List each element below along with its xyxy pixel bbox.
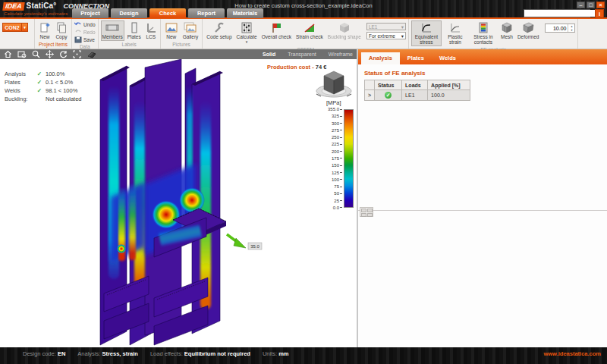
extreme-select[interactable]: For extreme ▾ <box>366 32 406 39</box>
splitter-arrow-icon[interactable] <box>361 213 366 217</box>
save-button[interactable]: Save <box>74 36 95 43</box>
close-button[interactable]: × <box>596 2 605 8</box>
strain-check-button[interactable]: Strain check <box>294 20 325 41</box>
connection-item-button[interactable]: CON2 ▾ <box>2 23 28 32</box>
equivalent-stress-button[interactable]: Equivalent stress <box>411 20 442 46</box>
redo-button[interactable]: Redo <box>74 28 96 36</box>
fe-status-heading: Status of FE analysis <box>364 70 425 77</box>
splitter-arrow-icon[interactable] <box>361 209 366 212</box>
member-icon <box>105 22 120 33</box>
view-mode-wireframe[interactable]: Wireframe <box>329 52 353 57</box>
undo-button[interactable]: Undo <box>74 20 96 28</box>
copy-project-item-button[interactable]: Copy <box>54 20 69 41</box>
plate-icon <box>130 22 139 33</box>
spinner-down-icon[interactable]: ▾ <box>568 28 574 32</box>
view-mode-transparent[interactable]: Transparent <box>288 52 316 57</box>
deformed-cube-icon <box>522 22 534 33</box>
tab-check[interactable]: Check <box>149 8 186 18</box>
window-controls: – □ × <box>577 2 605 8</box>
results-tab-analysis[interactable]: Analysis <box>361 52 400 64</box>
panel-splitter[interactable] <box>358 210 607 211</box>
labels-members-button[interactable]: Members <box>101 20 124 41</box>
stress-curve-icon <box>420 22 432 33</box>
results-tab-plates[interactable]: Plates <box>400 52 432 64</box>
mesh-button[interactable]: Mesh <box>499 20 514 41</box>
tab-materials[interactable]: Materials <box>227 8 263 18</box>
overall-check-button[interactable]: Overall check <box>260 20 293 41</box>
row-applied-cell: 100.0 <box>428 90 470 101</box>
status-design-code: Design code: EN <box>23 350 65 357</box>
labels-lcs-button[interactable]: LCS <box>144 20 158 41</box>
stress-in-contacts-button[interactable]: Stress in contacts <box>469 20 498 46</box>
search-box[interactable] <box>524 9 590 17</box>
title-bar: IDEA StatiCa° CONNECTION Calculate yeste… <box>0 0 607 19</box>
splitter-handle[interactable] <box>360 207 373 217</box>
maximize-button[interactable]: □ <box>587 2 595 8</box>
home-view-icon[interactable] <box>4 50 12 58</box>
tab-report[interactable]: Report <box>188 8 225 18</box>
column-header-status: Status <box>375 80 402 90</box>
clipping-plane-icon[interactable] <box>86 50 97 58</box>
load-case-select[interactable]: LE1 ▾ <box>366 23 406 30</box>
row-expander[interactable]: > <box>365 90 375 101</box>
deformed-scale-spinner[interactable]: 10.00 ▴ ▾ <box>545 24 575 33</box>
zoom-icon[interactable] <box>32 50 40 58</box>
ribbon-group-label: Project Items <box>37 41 69 49</box>
zoom-extents-icon[interactable] <box>73 50 81 58</box>
ribbon-group-cbfem: Code setup Calculate ▾ <box>203 19 409 49</box>
gallery-icon <box>184 22 197 33</box>
code-setup-button[interactable]: Code setup <box>205 20 233 41</box>
undo-icon <box>74 21 82 27</box>
status-units: Units: mm <box>263 350 289 357</box>
search-input[interactable] <box>524 10 596 17</box>
fe-model-render[interactable]: 35.0 <box>0 59 357 347</box>
picture-new-button[interactable]: New <box>163 20 180 41</box>
info-button[interactable]: i <box>595 9 604 18</box>
fe-status-table: Status Loads Applied [%] > ✓ LE1 100.0 <box>364 80 470 101</box>
buckling-icon <box>338 22 351 33</box>
tab-design[interactable]: Design <box>111 8 147 18</box>
chevron-down-icon: ▾ <box>246 39 248 45</box>
new-project-item-button[interactable]: New <box>37 20 52 41</box>
status-bar: Design code: EN Analysis: Stress, strain… <box>0 347 607 364</box>
brand-name: StatiCa° <box>27 2 57 10</box>
picture-gallery-button[interactable]: Gallery <box>181 20 200 41</box>
results-tab-welds[interactable]: Welds <box>432 52 464 64</box>
splitter-arrow-icon[interactable] <box>367 209 373 212</box>
viewport-3d[interactable]: Solid Transparent Wireframe Analysis ✓ 1… <box>0 49 357 347</box>
row-loads-cell: LE1 <box>402 90 428 101</box>
plastic-strain-button[interactable]: Plastic strain <box>443 20 467 46</box>
flag-icon <box>270 22 282 33</box>
redo-icon <box>74 29 82 35</box>
deformed-button[interactable]: Deformed <box>516 20 541 41</box>
ribbon-group-project-items: New Copy Project Items <box>35 19 72 49</box>
calculate-button[interactable]: Calculate ▾ <box>235 20 259 46</box>
fe-status-row[interactable]: > ✓ LE1 100.0 <box>365 90 470 101</box>
new-document-icon <box>39 22 51 33</box>
buckling-shape-button[interactable]: Buckling shape <box>326 20 363 41</box>
idea-logo-icon: IDEA <box>2 2 24 11</box>
minimize-button[interactable]: – <box>577 2 585 8</box>
main-content: Solid Transparent Wireframe Analysis ✓ 1… <box>0 49 607 347</box>
splitter-arrow-icon[interactable] <box>367 213 373 217</box>
website-link[interactable]: www.ideastatica.com <box>543 350 601 357</box>
ribbon-group-label: Labels <box>101 41 158 49</box>
tab-project[interactable]: Project <box>72 8 109 18</box>
column-header-expander <box>365 80 375 90</box>
results-panel: Analysis Plates Welds Status of FE analy… <box>357 49 607 347</box>
rotate-icon[interactable] <box>59 50 68 58</box>
view-mode-solid[interactable]: Solid <box>263 52 275 57</box>
results-tab-bar: Analysis Plates Welds <box>358 49 607 64</box>
wrench-icon <box>213 22 225 33</box>
chevron-down-icon: ▾ <box>21 24 27 31</box>
status-ok-icon: ✓ <box>385 92 392 99</box>
save-icon <box>74 36 82 43</box>
strain-chart-icon <box>304 22 316 33</box>
labels-plates-button[interactable]: Plates <box>126 20 143 41</box>
ribbon-group-pictures: New Gallery Pictures <box>161 19 203 49</box>
copy-icon <box>55 22 68 33</box>
ribbon-group-fe-analysis: Equivalent stress Plastic strain <box>409 19 579 49</box>
view-toolbar: Solid Transparent Wireframe <box>0 49 357 59</box>
pan-icon[interactable] <box>46 50 54 58</box>
zoom-window-icon[interactable] <box>17 50 27 58</box>
